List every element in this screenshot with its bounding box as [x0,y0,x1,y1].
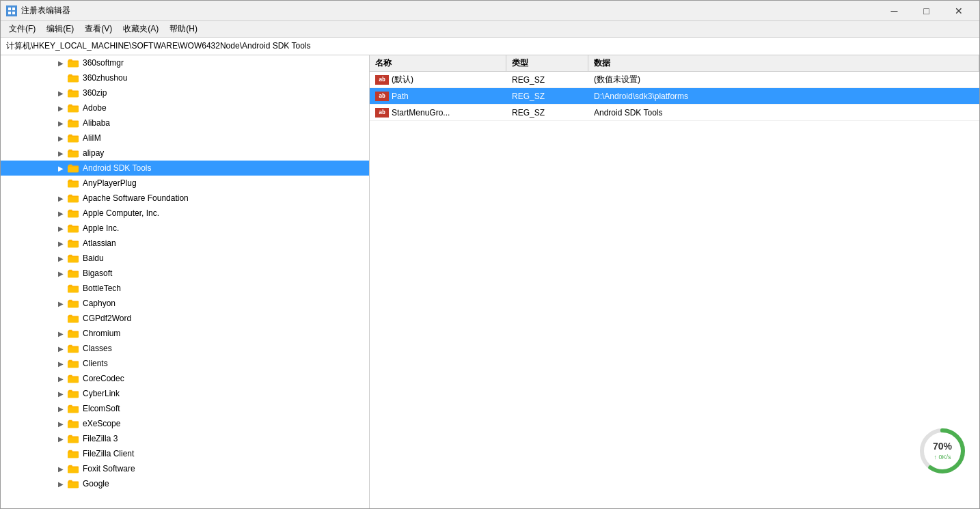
tree-item[interactable]: ▶ Classes [1,341,369,356]
expand-arrow-icon[interactable]: ▶ [55,253,66,264]
tree-item[interactable]: ▶ alipay [1,146,369,161]
folder-icon [68,403,80,414]
expand-arrow-icon[interactable]: ▶ [55,298,66,309]
expand-arrow-icon[interactable]: ▶ [55,403,66,414]
expand-arrow-icon[interactable]: ▶ [55,163,66,174]
folder-icon [68,253,80,264]
tree-item[interactable]: AnyPlayerPlug [1,176,369,191]
reg-type-icon: ab [375,108,389,118]
tree-item-label: Clients [83,359,108,368]
tree-item[interactable]: FileZilla Client [1,446,369,461]
tree-item-label: 360zhushou [83,73,127,83]
tree-item[interactable]: ▶ CyberLink [1,386,369,401]
expand-arrow-icon[interactable]: ▶ [55,208,66,219]
tree-item[interactable]: ▶ Foxit Software [1,461,369,476]
tree-item[interactable]: ▶ Chromium [1,326,369,341]
tree-item[interactable]: ▶ AliIM [1,130,369,146]
table-row[interactable]: abPathREG_SZD:\Android\sdk3\platforms [370,88,979,105]
tree-item[interactable]: ▶ ElcomSoft [1,401,369,416]
right-panel: 名称 类型 数据 ab(默认)REG_SZ(数值未设置)abPathREG_SZ… [370,55,979,508]
tree-item-label: CyberLink [83,389,120,398]
tree-item[interactable]: ▶ Apache Software Foundation [1,191,369,206]
tree-item[interactable]: ▶ 360softmgr [1,55,369,70]
expand-arrow-icon[interactable]: ▶ [55,388,66,399]
folder-icon [68,283,80,294]
expand-arrow-icon[interactable]: ▶ [55,358,66,369]
maximize-button[interactable]: □ [911,1,942,21]
tree-scroll[interactable]: ▶ 360softmgr 360zhushou▶ 360zip▶ Adobe▶ … [1,55,369,508]
tree-item[interactable]: ▶ Caphyon [1,296,369,311]
col-header-data[interactable]: 数据 [588,55,979,71]
expand-arrow-icon[interactable]: ▶ [55,223,66,234]
tree-item[interactable]: 360zhushou [1,70,369,85]
svg-rect-3 [8,12,11,14]
tree-item-label: eXeScope [83,419,120,428]
folder-icon [68,208,80,219]
tree-item[interactable]: ▶ CoreCodec [1,371,369,386]
expand-arrow-icon[interactable]: ▶ [55,193,66,204]
folder-icon [68,328,80,339]
menu-help[interactable]: 帮助(H) [164,22,203,36]
menu-view[interactable]: 查看(V) [79,22,118,36]
expand-arrow-icon[interactable]: ▶ [55,102,66,113]
menu-favorites[interactable]: 收藏夹(A) [118,22,164,36]
row-name: StartMenuGro... [392,108,450,118]
td-type: REG_SZ [506,107,588,119]
folder-icon [68,133,80,143]
svg-text:70%: 70% [933,441,953,452]
table-row[interactable]: abStartMenuGro...REG_SZAndroid SDK Tools [370,105,979,121]
tree-item[interactable]: BottleTech [1,281,369,296]
table-row[interactable]: ab(默认)REG_SZ(数值未设置) [370,72,979,88]
tree-item[interactable]: ▶ FileZilla 3 [1,431,369,446]
tree-item[interactable]: ▶ Alibaba [1,115,369,130]
tree-item[interactable]: ▶ Apple Computer, Inc. [1,206,369,221]
tree-item[interactable]: ▶ Baidu [1,251,369,266]
tree-item[interactable]: ▶ Adobe [1,100,369,115]
tree-item[interactable]: ▶ Atlassian [1,236,369,251]
tree-item-label: Adobe [83,103,107,113]
col-header-name[interactable]: 名称 [370,55,506,71]
expand-arrow-icon[interactable]: ▶ [55,268,66,279]
table-header: 名称 类型 数据 [370,55,979,72]
expand-arrow-icon[interactable]: ▶ [55,57,66,68]
tree-item-label: CGPdf2Word [83,314,131,323]
folder-icon [68,478,80,489]
tree-item[interactable]: CGPdf2Word [1,311,369,326]
expand-arrow-icon[interactable]: ▶ [55,148,66,159]
expand-arrow-icon[interactable]: ▶ [55,328,66,339]
tree-item[interactable]: ▶ Android SDK Tools [1,161,369,176]
tree-item[interactable]: ▶ eXeScope [1,416,369,431]
tree-item-label: ElcomSoft [83,404,120,413]
menu-file[interactable]: 文件(F) [3,22,41,36]
tree-item[interactable]: ▶ 360zip [1,85,369,100]
expand-arrow-icon[interactable]: ▶ [55,433,66,444]
window-controls: ─ □ ✕ [879,1,974,21]
expand-arrow-icon[interactable]: ▶ [55,343,66,354]
minimize-button[interactable]: ─ [879,1,910,21]
tree-item-label: Apple Computer, Inc. [83,208,159,218]
tree-item[interactable]: ▶ Google [1,476,369,491]
tree-item-label: Apple Inc. [83,223,119,233]
expand-arrow-icon[interactable]: ▶ [55,463,66,474]
expand-arrow-icon[interactable]: ▶ [55,87,66,98]
menu-edit[interactable]: 编辑(E) [41,22,79,36]
td-name: ab(默认) [370,72,506,87]
tree-item[interactable]: ▶ Apple Inc. [1,221,369,236]
expand-arrow-icon[interactable]: ▶ [55,118,66,128]
td-type: REG_SZ [506,90,588,102]
expand-arrow-icon[interactable]: ▶ [55,133,66,143]
col-header-type[interactable]: 类型 [506,55,588,71]
addressbar: 计算机\HKEY_LOCAL_MACHINE\SOFTWARE\WOW6432N… [1,38,979,55]
expand-arrow-icon[interactable]: ▶ [55,478,66,489]
folder-icon [68,418,80,429]
tree-item[interactable]: ▶ Bigasoft [1,266,369,281]
folder-icon [68,298,80,309]
expand-arrow-icon[interactable]: ▶ [55,238,66,249]
expand-arrow-icon[interactable]: ▶ [55,373,66,384]
folder-icon [68,268,80,279]
expand-arrow-icon[interactable]: ▶ [55,418,66,429]
tree-item-label: CoreCodec [83,374,124,383]
close-button[interactable]: ✕ [943,1,974,21]
tree-item[interactable]: ▶ Clients [1,356,369,371]
folder-icon [68,313,80,324]
